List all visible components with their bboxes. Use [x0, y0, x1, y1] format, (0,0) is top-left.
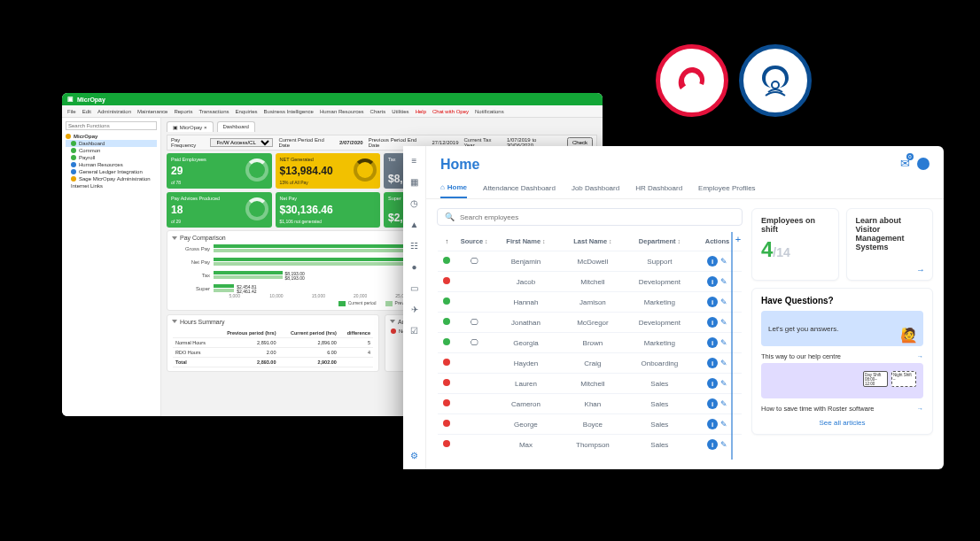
tree-item-micropay[interactable]: MicrOpay	[66, 133, 157, 140]
menu-transactions[interactable]: Transactions	[198, 109, 229, 114]
tree-item-sage-micropay-administration[interactable]: Sage MicrOpay Administration	[66, 175, 157, 182]
edit-button[interactable]: ✎	[720, 379, 727, 388]
menu-notifications[interactable]: Notifications	[475, 109, 504, 114]
table-row[interactable]: 🖵GeorgiaBrownMarketingi✎	[438, 333, 742, 353]
briefcase-icon[interactable]: ▭	[409, 282, 420, 293]
table-row[interactable]: LaurenMitchellSalesi✎	[438, 374, 742, 394]
table-row[interactable]: 🖵BenjaminMcDowellSupporti✎	[438, 251, 742, 272]
edit-button[interactable]: ✎	[720, 277, 727, 286]
edit-button[interactable]: ✎	[720, 298, 727, 306]
tree-item-dashboard[interactable]: Dashboard	[66, 140, 157, 147]
mail-icon[interactable]: ✉0	[900, 157, 910, 170]
info-button[interactable]: i	[707, 378, 718, 389]
clock-icon[interactable]: ◷	[409, 197, 420, 208]
info-button[interactable]: i	[707, 337, 718, 348]
people-icon[interactable]: ▲	[409, 219, 420, 229]
col-status[interactable]	[438, 232, 456, 251]
roster-link[interactable]: How to save time with Roster software→	[761, 402, 923, 415]
help-centre-link[interactable]: This way to our help centre→	[761, 350, 923, 363]
table-row[interactable]: HannahJamisonMarketingi✎	[438, 292, 742, 313]
edit-button[interactable]: ✎	[720, 318, 727, 327]
tab-job-dashboard[interactable]: Job Dashboard	[572, 178, 619, 198]
roster-banner[interactable]: Day Shift 08:00–12:00 Night Shift –	[761, 363, 923, 398]
help-banner[interactable]: Let's get you answers. 🙋	[761, 311, 923, 346]
table-row[interactable]: HaydenCraigOnboardingi✎	[438, 353, 742, 374]
employees-on-shift-card[interactable]: Employees on shift 4/14	[751, 208, 839, 281]
edit-button[interactable]: ✎	[720, 420, 727, 429]
table-row[interactable]: GeorgeBoyceSalesi✎	[438, 414, 742, 435]
content-tabs[interactable]: ▣ MicrOpay ×Dashboard	[167, 121, 597, 132]
menu-edit[interactable]: Edit	[82, 109, 91, 114]
card-paid-employees[interactable]: Paid Employees29of 78	[167, 153, 272, 189]
status-dot	[443, 298, 450, 305]
table-row[interactable]: MaxThompsonSalesi✎	[438, 435, 742, 455]
menu-charts[interactable]: Charts	[370, 109, 386, 114]
tab-employee-profiles[interactable]: Employee Profiles	[698, 178, 755, 198]
menu-icon[interactable]: ≡	[409, 155, 420, 166]
monitor-icon: 🖵	[471, 318, 478, 327]
folder-icon	[71, 141, 76, 146]
logo-red	[656, 44, 728, 117]
menu-business-intelligence[interactable]: Business Intelligence	[264, 109, 314, 114]
tab-attendance-dashboard[interactable]: Attendance Dashboard	[483, 178, 556, 198]
arrow-icon: →	[916, 265, 925, 274]
edit-button[interactable]: ✎	[720, 338, 727, 347]
tab-home[interactable]: ⌂Home	[440, 178, 467, 198]
tree-item-common[interactable]: Common	[66, 147, 157, 154]
learn-vms-card[interactable]: Learn about Visitor Management Systems →	[846, 208, 934, 281]
menu-chat-with-opey[interactable]: Chat with Opey	[432, 109, 469, 114]
col-source[interactable]: Source	[456, 232, 493, 251]
menu-maintenance[interactable]: Maintenance	[137, 109, 167, 114]
edit-button[interactable]: ✎	[720, 257, 727, 266]
see-all-articles-link[interactable]: See all articles	[761, 415, 923, 427]
table-row[interactable]: CameronKhanSalesi✎	[438, 394, 742, 414]
menu-reports[interactable]: Reports	[174, 109, 192, 114]
settings-icon[interactable]: ⚙	[409, 450, 420, 460]
edit-button[interactable]: ✎	[720, 359, 727, 367]
card-net-generated[interactable]: NET Generated$13,984.4013% of All Pay	[276, 153, 381, 189]
menu-enquiries[interactable]: Enquiries	[236, 109, 258, 114]
tree-item-human-resources[interactable]: Human Resources	[66, 161, 157, 168]
dashboard-tabs[interactable]: ⌂HomeAttendance DashboardJob DashboardHR…	[426, 178, 944, 199]
edit-button[interactable]: ✎	[720, 440, 727, 449]
col-department[interactable]: Department	[626, 232, 693, 251]
info-button[interactable]: i	[707, 276, 718, 287]
card-net-pay[interactable]: Net Pay$30,136.46$1,106 not generated	[276, 192, 381, 228]
info-button[interactable]: i	[707, 256, 718, 267]
nav-tree[interactable]: MicrOpayDashboardCommonPayrollHuman Reso…	[62, 118, 161, 416]
table-row[interactable]: JacobMitchellDevelopmenti✎	[438, 272, 742, 292]
col-first-name[interactable]: First Name	[493, 232, 559, 251]
menu-file[interactable]: File	[67, 109, 76, 114]
tree-item-internet-links[interactable]: Internet Links	[66, 182, 157, 189]
menu-human-resources[interactable]: Human Resources	[320, 109, 364, 114]
info-button[interactable]: i	[707, 358, 718, 368]
tab-hr-dashboard[interactable]: HR Dashboard	[635, 178, 682, 198]
menu-administration[interactable]: Administration	[97, 109, 131, 114]
plane-icon[interactable]: ✈	[409, 304, 420, 314]
grid-icon[interactable]: ▦	[409, 176, 420, 187]
col-last-name[interactable]: Last Name	[559, 232, 626, 251]
checkbox-icon[interactable]: ☑	[409, 325, 420, 336]
scrollbar[interactable]	[731, 232, 733, 460]
menu-utilities[interactable]: Utilities	[392, 109, 408, 114]
info-button[interactable]: i	[707, 398, 718, 409]
tree-search-input[interactable]	[66, 121, 157, 130]
user-avatar[interactable]	[917, 158, 929, 170]
side-rail[interactable]: ≡ ▦ ◷ ▲ ☷ ● ▭ ✈ ☑ ⚙	[403, 146, 426, 469]
search-input[interactable]: 🔍	[437, 208, 743, 226]
info-button[interactable]: i	[707, 419, 718, 429]
edit-button[interactable]: ✎	[720, 399, 727, 408]
tree-item-general-ledger-integration[interactable]: General Ledger Integration	[66, 168, 157, 175]
info-button[interactable]: i	[707, 439, 718, 450]
location-icon[interactable]: ●	[409, 261, 420, 272]
info-button[interactable]: i	[707, 317, 718, 328]
add-employee-button[interactable]: +	[733, 234, 743, 244]
pay-frequency-select[interactable]: Fn/W Access/CL	[210, 138, 273, 147]
menu-bar[interactable]: FileEditAdministrationMaintenanceReports…	[62, 105, 603, 118]
calendar-icon[interactable]: ☷	[409, 240, 420, 251]
info-button[interactable]: i	[707, 297, 718, 307]
table-row[interactable]: 🖵JonathanMcGregorDevelopmenti✎	[438, 313, 742, 333]
tree-item-payroll[interactable]: Payroll	[66, 154, 157, 161]
menu-help[interactable]: Help	[416, 109, 426, 114]
card-pay-advices[interactable]: Pay Advices Produced18of 29	[167, 192, 272, 228]
